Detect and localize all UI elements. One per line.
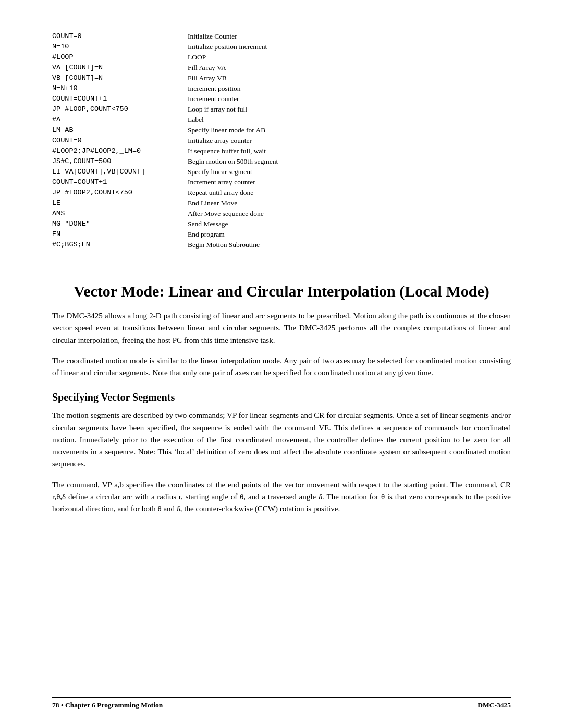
code-row: LM ABSpecify linear mode for AB xyxy=(52,125,511,135)
code-row: JP #LOOP,COUNT<750Loop if array not full xyxy=(52,104,511,115)
code-command: COUNT=COUNT+1 xyxy=(52,177,188,188)
code-command: LE xyxy=(52,198,188,208)
code-row: #LOOPLOOP xyxy=(52,52,511,63)
code-row: #LOOP2;JP#LOOP2,_LM=0If sequence buffer … xyxy=(52,146,511,156)
section-title: Vector Mode: Linear and Circular Interpo… xyxy=(52,282,511,301)
code-comment: Loop if array not full xyxy=(188,104,511,115)
code-row: #C;BGS;ENBegin Motion Subroutine xyxy=(52,240,511,250)
code-comment: Initialize Counter xyxy=(188,31,511,42)
code-row: COUNT=0Initialize Counter xyxy=(52,31,511,42)
code-row: AMSAfter Move sequence done xyxy=(52,208,511,219)
code-comment: Initialize array counter xyxy=(188,135,511,146)
code-comment: Fill Array VA xyxy=(188,63,511,73)
code-comment: Fill Array VB xyxy=(188,73,511,83)
code-row: LEEnd Linear Move xyxy=(52,198,511,208)
code-command: #LOOP xyxy=(52,52,188,63)
code-command: COUNT=0 xyxy=(52,135,188,146)
code-comment: Specify linear segment xyxy=(188,167,511,177)
footer-right: DMC-3425 xyxy=(478,701,511,709)
subsection-title: Specifying Vector Segments xyxy=(52,391,511,403)
code-command: LI VA[COUNT],VB[COUNT] xyxy=(52,167,188,177)
code-row: N=N+10Increment position xyxy=(52,83,511,94)
code-row: MG "DONE"Send Message xyxy=(52,219,511,229)
code-comment: Increment array counter xyxy=(188,177,511,188)
footer: 78 • Chapter 6 Programming Motion DMC-34… xyxy=(52,697,511,709)
code-command: JP #LOOP2,COUNT<750 xyxy=(52,188,188,198)
code-row: LI VA[COUNT],VB[COUNT]Specify linear seg… xyxy=(52,167,511,177)
code-comment: Increment counter xyxy=(188,94,511,104)
code-command: COUNT=0 xyxy=(52,31,188,42)
code-comment: Increment position xyxy=(188,83,511,94)
code-row: COUNT=COUNT+1Increment array counter xyxy=(52,177,511,188)
code-command: COUNT=COUNT+1 xyxy=(52,94,188,104)
code-command: AMS xyxy=(52,208,188,219)
code-command: JS#C,COUNT=500 xyxy=(52,156,188,167)
code-table: COUNT=0Initialize CounterN=10Initialize … xyxy=(52,31,511,250)
subsection-paragraph-2: The command, VP a,b specifies the coordi… xyxy=(52,479,511,515)
code-comment: Repeat until array done xyxy=(188,188,511,198)
code-command: MG "DONE" xyxy=(52,219,188,229)
code-row: JS#C,COUNT=500Begin motion on 500th segm… xyxy=(52,156,511,167)
paragraph-2: The coordinated motion mode is similar t… xyxy=(52,355,511,379)
code-row: JP #LOOP2,COUNT<750Repeat until array do… xyxy=(52,188,511,198)
code-row: VB [COUNT]=NFill Array VB xyxy=(52,73,511,83)
code-command: JP #LOOP,COUNT<750 xyxy=(52,104,188,115)
code-comment: Specify linear mode for AB xyxy=(188,125,511,135)
code-row: N=10Initialize position increment xyxy=(52,42,511,52)
code-command: VB [COUNT]=N xyxy=(52,73,188,83)
code-command: #A xyxy=(52,115,188,125)
paragraph-1: The DMC-3425 allows a long 2-D path cons… xyxy=(52,310,511,347)
code-row: COUNT=COUNT+1Increment counter xyxy=(52,94,511,104)
code-command: LM AB xyxy=(52,125,188,135)
code-comment: Label xyxy=(188,115,511,125)
code-command: N=N+10 xyxy=(52,83,188,94)
code-row: #ALabel xyxy=(52,115,511,125)
code-command: N=10 xyxy=(52,42,188,52)
code-command: #LOOP2;JP#LOOP2,_LM=0 xyxy=(52,146,188,156)
page: COUNT=0Initialize CounterN=10Initialize … xyxy=(0,0,563,565)
code-comment: End Linear Move xyxy=(188,198,511,208)
code-comment: Initialize position increment xyxy=(188,42,511,52)
code-command: EN xyxy=(52,229,188,240)
code-command: VA [COUNT]=N xyxy=(52,63,188,73)
code-row: ENEnd program xyxy=(52,229,511,240)
code-comment: End program xyxy=(188,229,511,240)
code-comment: After Move sequence done xyxy=(188,208,511,219)
code-row: COUNT=0Initialize array counter xyxy=(52,135,511,146)
section-divider xyxy=(52,266,511,266)
code-comment: If sequence buffer full, wait xyxy=(188,146,511,156)
code-comment: Begin motion on 500th segment xyxy=(188,156,511,167)
code-row: VA [COUNT]=NFill Array VA xyxy=(52,63,511,73)
code-command: #C;BGS;EN xyxy=(52,240,188,250)
code-comment: Send Message xyxy=(188,219,511,229)
code-comment: LOOP xyxy=(188,52,511,63)
footer-left: 78 • Chapter 6 Programming Motion xyxy=(52,701,163,709)
code-comment: Begin Motion Subroutine xyxy=(188,240,511,250)
subsection-paragraph-1: The motion segments are described by two… xyxy=(52,410,511,470)
